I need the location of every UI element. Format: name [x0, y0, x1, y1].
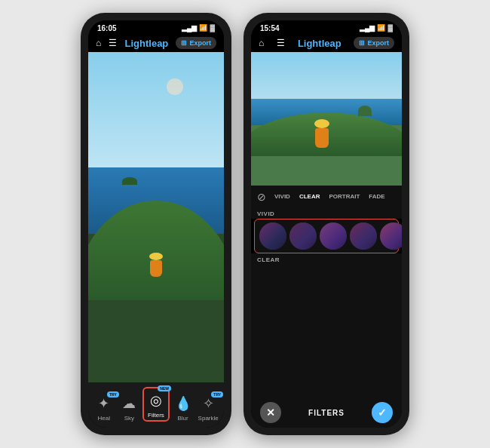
island-right [358, 106, 372, 116]
time-left: 16:05 [97, 24, 117, 32]
cancel-icon: ✕ [266, 407, 275, 419]
page-icon-left[interactable]: ☰ [109, 38, 117, 48]
tool-sparkle[interactable]: TRY ✧ Sparkle [196, 393, 220, 422]
thumb-3[interactable] [320, 222, 347, 250]
vivid-section-label: VIVID [251, 207, 402, 219]
time-right: 15:54 [260, 24, 280, 32]
blur-label: Blur [177, 415, 188, 422]
export-label-left: Export [189, 39, 211, 47]
confirm-icon: ✓ [378, 407, 387, 419]
heal-wrapper: TRY ✦ Heal [93, 393, 115, 422]
filters-wrapper: NEW ◎ Filters [142, 387, 170, 422]
hat-left [149, 253, 163, 260]
sky-layer-right [251, 52, 402, 106]
hat-right [314, 119, 329, 128]
thumb-5[interactable] [380, 222, 402, 250]
wifi-icon-left: 📶 [199, 24, 207, 32]
filter-clear-tab[interactable]: CLEAR [296, 192, 324, 201]
tool-sky[interactable]: ☁ Sky [117, 393, 141, 422]
sparkle-badge: TRY [211, 391, 223, 397]
thumb-inner-1 [259, 222, 286, 250]
tool-filters[interactable]: NEW ◎ Filters [142, 387, 170, 422]
sparkle-label: Sparkle [198, 415, 219, 422]
sun-circle-left [167, 78, 183, 95]
main-container: 16:05 ▂▄▆ 📶 ▓ ⌂ ☰ Lightleap ⊞ Export [0, 0, 490, 448]
thumbnails-row [254, 219, 399, 253]
thumb-1[interactable] [259, 222, 286, 250]
export-button-left[interactable]: ⊞ Export [176, 37, 216, 49]
filter-tabs-row: ⊘ VIVID CLEAR PORTRAIT FADE [251, 186, 402, 207]
sky-wrapper: ☁ Sky [118, 393, 139, 422]
status-icons-right: ▂▄▆ 📶 ▓ [360, 24, 393, 32]
export-icon-right: ⊞ [359, 39, 365, 47]
thumb-inner-4 [350, 222, 377, 250]
nav-bar-right: ⌂ ☰ Lightleap ⊞ Export [251, 34, 402, 52]
filter-none-tab[interactable]: ⊘ [254, 189, 269, 204]
blur-icon: 💧 [173, 393, 194, 414]
filter-vivid-tab[interactable]: VIVID [271, 192, 294, 201]
phone-left: 16:05 ▂▄▆ 📶 ▓ ⌂ ☰ Lightleap ⊞ Export [81, 13, 231, 435]
bottom-bar-right: ✕ FILTERS ✓ [251, 397, 402, 428]
status-icons-left: ▂▄▆ 📶 ▓ [182, 24, 215, 32]
thumb-inner-2 [289, 222, 317, 250]
tool-heal[interactable]: TRY ✦ Heal [92, 393, 116, 422]
nav-bar-left: ⌂ ☰ Lightleap ⊞ Export [88, 34, 224, 52]
phone-left-inner: 16:05 ▂▄▆ 📶 ▓ ⌂ ☰ Lightleap ⊞ Export [88, 20, 224, 428]
status-bar-left: 16:05 ▂▄▆ 📶 ▓ [88, 20, 224, 34]
photo-area-right [251, 52, 402, 186]
signal-icon-right: ▂▄▆ [360, 24, 375, 32]
signal-icon-left: ▂▄▆ [182, 24, 197, 32]
tool-blur[interactable]: 💧 Blur [171, 393, 195, 422]
battery-icon-left: ▓ [210, 24, 215, 32]
figure-right [314, 119, 329, 148]
export-icon-left: ⊞ [181, 39, 187, 47]
sky-icon: ☁ [118, 393, 139, 414]
bottom-fill [251, 265, 402, 398]
cancel-button[interactable]: ✕ [260, 402, 281, 423]
sky-layer-left [88, 52, 224, 184]
phone-right: 15:54 ▂▄▆ 📶 ▓ ⌂ ☰ Lightleap ⊞ Export [243, 13, 409, 435]
body-left [150, 260, 162, 277]
figure-left [149, 253, 163, 277]
clear-section-label: CLEAR [251, 253, 402, 265]
wifi-icon-right: 📶 [377, 24, 385, 32]
battery-icon-right: ▓ [387, 24, 393, 32]
home-icon-left[interactable]: ⌂ [96, 38, 101, 48]
filters-center-label: FILTERS [308, 409, 345, 417]
thumb-4[interactable] [350, 222, 377, 250]
status-bar-right: 15:54 ▂▄▆ 📶 ▓ [251, 20, 402, 34]
heal-label: Heal [98, 415, 110, 422]
sky-label: Sky [124, 415, 134, 422]
filters-badge: NEW [158, 385, 171, 391]
body-right [315, 128, 329, 148]
sparkle-wrapper: TRY ✧ Sparkle [198, 393, 219, 422]
filters-label: Filters [148, 412, 164, 419]
filters-icon: ◎ [145, 390, 167, 411]
island-left [122, 177, 137, 185]
thumb-2[interactable] [289, 222, 317, 250]
photo-area-left [88, 52, 224, 382]
filter-portrait-tab[interactable]: PORTRAIT [325, 192, 363, 201]
toolbar-left: TRY ✦ Heal ☁ Sky NEW ◎ [88, 382, 224, 428]
thumb-inner-3 [320, 222, 347, 250]
thumb-inner-5 [380, 222, 402, 250]
phone-right-inner: 15:54 ▂▄▆ 📶 ▓ ⌂ ☰ Lightleap ⊞ Export [251, 20, 402, 428]
export-button-right[interactable]: ⊞ Export [354, 37, 394, 49]
confirm-button[interactable]: ✓ [372, 402, 393, 423]
app-title-right: Lightleap [298, 38, 341, 49]
page-icon-right[interactable]: ☰ [277, 38, 285, 48]
filter-fade-tab[interactable]: FADE [365, 192, 388, 201]
export-label-right: Export [367, 39, 389, 47]
blur-wrapper: 💧 Blur [173, 393, 194, 422]
home-icon-right[interactable]: ⌂ [259, 38, 264, 48]
app-title-left: Lightleap [125, 38, 169, 49]
